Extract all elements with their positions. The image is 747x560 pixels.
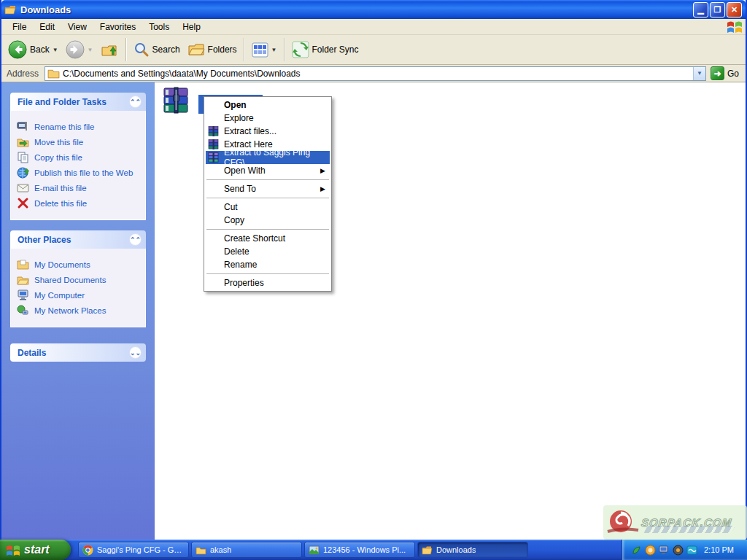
task-label: Delete this file — [34, 199, 87, 208]
task-label: Move this file — [34, 138, 83, 147]
back-dropdown-icon[interactable]: ▼ — [53, 47, 58, 53]
taskbar-button-label: akash — [210, 545, 231, 554]
collapse-chevron-icon[interactable]: ⌃⌃ — [129, 233, 142, 246]
my-network-places-icon — [17, 304, 29, 316]
menu-view[interactable]: View — [61, 20, 93, 34]
folder-open-icon — [4, 4, 17, 16]
menu-separator — [206, 273, 329, 274]
panel-title: Other Places — [18, 235, 71, 245]
taskbar-button-akash[interactable]: akash — [191, 542, 302, 558]
place-label: Shared Documents — [34, 276, 106, 284]
folder-sync-label: Folder Sync — [312, 44, 359, 55]
taskbar-button-picture-viewer[interactable]: 123456 - Windows Pi... — [304, 542, 415, 558]
folders-button[interactable]: Folders — [184, 39, 241, 60]
go-button[interactable]: ➜ Go — [706, 66, 743, 82]
minimize-button[interactable]: ▁ — [693, 2, 708, 18]
up-folder-icon — [101, 41, 119, 58]
tray-icon-3[interactable] — [659, 545, 670, 556]
folder-icon — [47, 67, 60, 79]
views-button[interactable]: ▼ — [248, 40, 281, 60]
taskbar: start Saggi's Ping CFG - Go... akash 123… — [0, 540, 747, 560]
close-button[interactable]: ✕ — [727, 2, 742, 18]
address-dropdown-icon[interactable]: ▼ — [693, 67, 705, 80]
menu-item-open-with[interactable]: Open With▶ — [206, 164, 330, 177]
views-icon — [252, 42, 268, 58]
folder-icon — [196, 545, 206, 556]
menu-item-rename[interactable]: Rename — [206, 258, 330, 271]
forward-icon — [66, 40, 85, 59]
start-button[interactable]: start — [0, 540, 71, 560]
forward-dropdown-icon[interactable]: ▼ — [88, 47, 93, 53]
panel-title: File and Folder Tasks — [18, 97, 107, 107]
menu-item-explore[interactable]: Explore — [206, 112, 330, 125]
task-email-file[interactable]: E-mail this file — [17, 182, 142, 194]
start-flag-icon — [6, 544, 20, 556]
tray-icon-1[interactable] — [631, 545, 642, 556]
collapse-chevron-icon[interactable]: ⌃⌃ — [129, 96, 142, 108]
taskbar-button-downloads[interactable]: Downloads — [417, 542, 528, 558]
menu-item-extract-files[interactable]: Extract files... — [206, 125, 330, 138]
toolbar: Back ▼ ▼ Search Folders ▼ — [1, 35, 746, 65]
taskbar-button-label: Downloads — [436, 545, 476, 554]
task-copy-file[interactable]: Copy this file — [17, 151, 142, 163]
menu-favorites[interactable]: Favorites — [93, 20, 142, 34]
clock: 2:10 PM — [704, 545, 734, 554]
panel-header[interactable]: Other Places ⌃⌃ — [10, 230, 146, 249]
back-button[interactable]: Back ▼ — [4, 38, 62, 61]
panel-header[interactable]: File and Folder Tasks ⌃⌃ — [10, 93, 146, 111]
menu-item-properties[interactable]: Properties — [206, 276, 330, 289]
restore-button[interactable]: ❐ — [710, 2, 725, 18]
menu-item-label: Delete — [224, 246, 249, 257]
task-delete-file[interactable]: Delete this file — [17, 197, 142, 209]
panel-header[interactable]: Details ⌄⌄ — [10, 343, 146, 362]
menu-item-cut[interactable]: Cut — [206, 201, 330, 214]
menu-item-label: Properties — [224, 278, 264, 288]
search-button[interactable]: Search — [130, 39, 184, 60]
start-label: start — [24, 543, 50, 556]
place-my-computer[interactable]: My Computer — [17, 289, 142, 301]
menu-item-delete[interactable]: Delete — [206, 245, 330, 258]
menu-tools[interactable]: Tools — [142, 20, 176, 34]
go-arrow-icon: ➜ — [711, 66, 724, 80]
up-button[interactable] — [97, 39, 123, 61]
address-input[interactable]: C:\Documents and Settings\daata\My Docum… — [44, 66, 706, 81]
back-icon — [8, 40, 27, 59]
picture-icon — [309, 545, 320, 556]
tray-icon-2[interactable] — [645, 545, 656, 556]
my-computer-icon — [17, 289, 29, 301]
menu-edit[interactable]: Edit — [33, 20, 61, 34]
task-label: Rename this file — [34, 122, 94, 131]
expand-chevron-icon[interactable]: ⌄⌄ — [129, 346, 142, 359]
task-label: E-mail this file — [34, 184, 87, 192]
taskbar-buttons: Saggi's Ping CFG - Go... akash 123456 - … — [78, 542, 528, 558]
folder-sync-icon — [292, 41, 309, 58]
folders-icon — [187, 42, 205, 58]
search-icon — [133, 42, 150, 58]
forward-button[interactable]: ▼ — [62, 38, 97, 61]
task-move-file[interactable]: Move this file — [17, 136, 142, 148]
menu-item-create-shortcut[interactable]: Create Shortcut — [206, 232, 330, 245]
menu-help[interactable]: Help — [176, 20, 207, 34]
taskbar-button-browser[interactable]: Saggi's Ping CFG - Go... — [78, 542, 189, 558]
folder-sync-button[interactable]: Folder Sync — [288, 39, 363, 61]
menu-item-extract-to-folder[interactable]: Extract to Saggis Ping CFG\ — [206, 151, 330, 164]
menu-item-send-to[interactable]: Send To▶ — [206, 182, 330, 195]
place-my-network[interactable]: My Network Places — [17, 304, 142, 316]
menu-item-open[interactable]: Open — [206, 98, 330, 112]
copy-file-icon — [17, 151, 29, 163]
file-list-area[interactable]: Saggis Ping CFG 2 Open Explore Extract f… — [155, 82, 746, 540]
menu-file[interactable]: File — [6, 20, 33, 34]
tray-icon-4[interactable] — [673, 545, 684, 556]
folders-label: Folders — [208, 44, 237, 55]
views-dropdown-icon[interactable]: ▼ — [271, 47, 277, 53]
tray-icon-5[interactable] — [686, 545, 697, 556]
task-rename-file[interactable]: Rename this file — [17, 120, 142, 133]
panel-body: My Documents Shared Documents My Compute… — [10, 249, 146, 327]
menu-item-copy[interactable]: Copy — [206, 214, 330, 227]
search-label: Search — [152, 44, 180, 55]
place-shared-documents[interactable]: Shared Documents — [17, 273, 142, 286]
task-publish-file[interactable]: Publish this file to the Web — [17, 166, 142, 179]
menu-bar: File Edit View Favorites Tools Help — [1, 19, 746, 35]
panel-body: Rename this file Move this file Copy thi… — [10, 111, 146, 220]
place-my-documents[interactable]: My Documents — [17, 258, 142, 271]
